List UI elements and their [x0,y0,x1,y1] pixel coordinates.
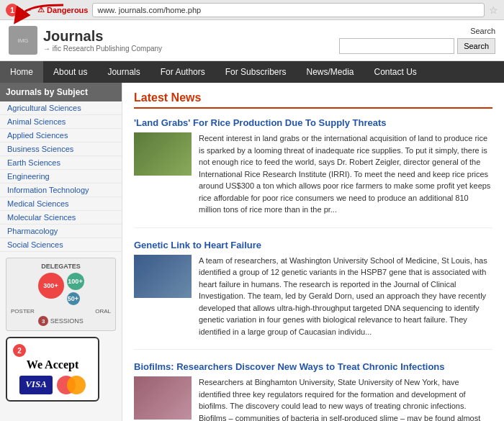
bookmark-icon[interactable]: ☆ [489,4,498,16]
nav-for-subscribers[interactable]: For Subscribers [215,61,297,83]
news-body-1: Recent interest in land grabs or the int… [134,132,492,216]
news-title-2[interactable]: Genetic Link to Heart Failure [134,240,492,250]
circle-3: 3 [38,316,48,326]
news-body-2: A team of researchers, at Washington Uni… [134,255,492,338]
banner-delegates-label: DELEGATES [11,263,111,270]
main-nav: Home About us Journals For Authors For S… [0,61,504,83]
news-item-3: Biofilms: Researchers Discover New Ways … [134,361,492,421]
page-wrapper: 1 ← ⚠ Dangerous www. journals.com/home.p… [0,0,504,421]
latest-news-title: Latest News [134,91,492,109]
sidebar-item-it[interactable]: Information Technology [0,184,122,197]
sidebar-item-business[interactable]: Business Sciences [0,142,122,156]
sidebar-item-earth[interactable]: Earth Sciences [0,156,122,170]
site-header: IMG Journals → ific Research Publishing … [0,20,504,61]
search-label: Search [470,27,495,35]
content-area: Latest News 'Land Grabs' For Rice Produc… [122,83,504,421]
news-text-1: Recent interest in land grabs or the int… [199,132,492,216]
news-thumb-1 [134,132,192,176]
news-thumb-2 [134,255,192,298]
news-text-2: A team of researchers, at Washington Uni… [199,255,492,338]
banner-circles: 300+ 100+ 50+ [11,273,111,305]
sidebar-item-medical[interactable]: Medical Sciences [0,197,122,211]
news-title-3[interactable]: Biofilms: Researchers Discover New Ways … [134,361,492,372]
nav-about[interactable]: About us [43,61,97,83]
logo-image: IMG [9,26,37,55]
banner-sessions-label: 3 SESSIONS [11,316,111,326]
main-layout: Journals by Subject Agricultural Science… [0,83,504,421]
news-thumb-3 [134,376,192,420]
card-row: VISA [13,376,92,394]
danger-label: Dangerous [47,6,88,14]
circle-50: 50+ [67,292,80,305]
visa-logo: VISA [19,376,53,394]
sidebar-title: Journals by Subject [0,83,122,101]
sidebar-item-animal[interactable]: Animal Sciences [0,115,122,129]
warning-icon: ⚠ [37,5,45,14]
browser-bar: 1 ← ⚠ Dangerous www. journals.com/home.p… [0,0,504,20]
sidebar: Journals by Subject Agricultural Science… [0,83,122,421]
nav-home[interactable]: Home [0,61,43,83]
search-area: Search Search [339,27,495,54]
nav-for-authors[interactable]: For Authors [150,61,215,83]
sidebar-item-pharma[interactable]: Pharmacology [0,225,122,238]
sidebar-item-social[interactable]: Social Sciences [0,238,122,252]
badge-2: 2 [13,344,26,357]
search-row: Search [339,38,495,54]
circle-300: 300+ [38,273,64,299]
sidebar-banner: DELEGATES 300+ 100+ 50+ POSTER ORAL 3 SE… [6,258,116,331]
news-item-1: 'Land Grabs' For Rice Production Due To … [134,117,492,228]
nav-journals[interactable]: Journals [97,61,150,83]
nav-contact[interactable]: Contact Us [364,61,427,83]
sidebar-item-engineering[interactable]: Engineering [0,170,122,184]
site-logo: IMG Journals → ific Research Publishing … [9,26,162,55]
we-accept-box: 2 We Accept VISA [6,337,99,402]
nav-news-media[interactable]: News/Media [296,61,364,83]
logo-subtitle: → ific Research Publishing Company [43,45,162,53]
banner-oral-label: ORAL [95,308,111,314]
url-bar[interactable]: www. journals.com/home.php [92,3,485,17]
badge-1: 1 [6,4,19,17]
news-title-1[interactable]: 'Land Grabs' For Rice Production Due To … [134,117,492,128]
banner-poster-label: POSTER [11,308,35,314]
news-text-3: Researchers at Binghamton University, St… [199,376,492,421]
back-button[interactable]: ← [23,4,33,16]
sidebar-item-agricultural[interactable]: Agricultural Sciences [0,101,122,115]
logo-info: Journals → ific Research Publishing Comp… [43,28,162,53]
banner-labels: POSTER ORAL [11,308,111,314]
search-button[interactable]: Search [457,38,495,54]
danger-indicator: ⚠ Dangerous [37,5,88,14]
url-text: www. journals.com/home.php [97,6,201,14]
sidebar-item-applied[interactable]: Applied Sciences [0,129,122,142]
circle-100: 100+ [67,273,84,290]
search-input[interactable] [339,38,454,54]
news-body-3: Researchers at Binghamton University, St… [134,376,492,421]
news-item-2: Genetic Link to Heart Failure A team of … [134,240,492,350]
mastercard-logo [57,376,86,394]
logo-text: Journals [43,28,162,45]
we-accept-title: We Accept [13,358,92,371]
mc-right-circle [67,376,86,394]
sidebar-item-molecular[interactable]: Molecular Sciences [0,211,122,225]
